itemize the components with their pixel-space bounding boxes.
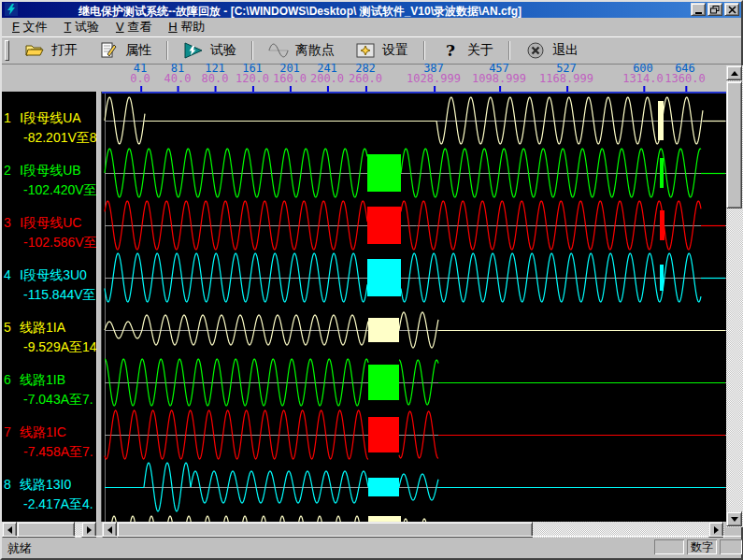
channel-name-line: 1Ⅰ段母线UA	[2, 108, 96, 128]
status-panel-blank-0	[654, 539, 684, 554]
channel-name-line: 2Ⅰ段母线UB	[2, 161, 96, 180]
menu-item-test[interactable]: T 试验	[56, 18, 107, 36]
channel-label-pane: 1Ⅰ段母线UA-82.201V至82Ⅰ段母线UB-102.420V至3Ⅰ段母线U…	[2, 92, 96, 522]
channel-name: Ⅰ段母线UA	[20, 110, 81, 125]
ruler-mark: 4571098.999	[472, 64, 526, 84]
app-icon	[5, 3, 18, 16]
channel-number: 2	[2, 161, 20, 180]
channel-number: 6	[2, 370, 20, 390]
channel-number: 7	[2, 423, 20, 442]
toolbar-button-test[interactable]: 试验	[173, 40, 247, 61]
ruler-mark: 241200.0	[310, 64, 344, 84]
status-bar: 就绪 数字	[2, 536, 741, 558]
channel-label-7[interactable]: 7线路1IC-7.458A至7.	[2, 423, 96, 462]
close-circle-icon	[525, 42, 546, 59]
channel-range: -7.043A至7.	[2, 390, 96, 409]
ruler-time-value: 40.0	[164, 74, 192, 84]
channel-range: -102.586V至	[2, 233, 96, 252]
toolbar-button-label: 退出	[552, 42, 579, 59]
channel-name: 线路1IA	[20, 320, 65, 335]
channel-label-1[interactable]: 1Ⅰ段母线UA-82.201V至8	[2, 108, 96, 148]
scroll-up-button[interactable]	[726, 65, 742, 80]
ruler-time-value: 260.0	[349, 74, 382, 84]
arrow-left-icon	[7, 526, 12, 534]
ruler-mark: 3871028.999	[407, 64, 461, 84]
toolbar-button-exit[interactable]: 退出	[515, 40, 589, 61]
channel-number: 1	[2, 108, 20, 128]
ruler-mark: 5271168.999	[539, 64, 593, 84]
channel-label-8[interactable]: 8线路13I0-2.417A至4.	[2, 475, 96, 514]
channel-range: -82.201V至8	[2, 128, 96, 148]
ruler-mark: 8140.0	[164, 64, 192, 84]
close-icon	[728, 6, 736, 14]
ruler-mark: 201160.0	[273, 64, 307, 84]
channel-label-6[interactable]: 6线路1IB-7.043A至7.	[2, 370, 96, 409]
menu-item-help[interactable]: H 帮助	[160, 18, 213, 36]
toolbar-grip[interactable]	[5, 40, 9, 61]
ruler-time-value: 120.0	[236, 74, 269, 84]
toolbar-button-settings[interactable]: 设置	[345, 40, 419, 61]
arrow-up-icon	[731, 71, 738, 76]
toolbar-button-discrete-points[interactable]: 离散点	[258, 40, 345, 61]
channel-name: Ⅰ段母线UB	[20, 163, 81, 178]
channel-label-2[interactable]: 2Ⅰ段母线UB-102.420V至	[2, 161, 96, 200]
vertical-scrollbar[interactable]	[726, 65, 743, 527]
restore-icon	[710, 6, 720, 14]
menu-item-view[interactable]: V 查看	[107, 18, 160, 36]
ruler-mark: 282260.0	[349, 64, 382, 84]
channel-range: -115.844V至	[2, 285, 96, 305]
toolbar-button-about[interactable]: ?关于	[430, 40, 504, 61]
ruler-mark: 6001314.0	[622, 64, 663, 84]
toolbar-separator	[166, 41, 168, 60]
document-pen-icon	[98, 42, 119, 59]
toolbar-button-label: 打开	[51, 42, 78, 59]
status-text: 就绪	[7, 540, 32, 557]
channel-name: Ⅰ段母线3U0	[20, 267, 87, 282]
minimize-button[interactable]	[691, 3, 706, 16]
channel-name: 线路13I0	[20, 477, 71, 492]
toolbar-separator	[423, 41, 425, 60]
frame-star-icon	[355, 42, 376, 59]
ruler-time-value: 1028.999	[407, 74, 461, 84]
sine-wave-icon	[268, 42, 289, 59]
channel-number: 8	[2, 475, 20, 495]
menu-item-file[interactable]: F 文件	[4, 18, 56, 36]
arrow-right-icon	[714, 526, 719, 534]
toolbar-button-label: 设置	[382, 42, 408, 59]
app-window: 继电保护测试系统--故障回放 - [C:\WINDOWS\Desktop\ 测试…	[0, 0, 743, 560]
minimize-icon	[695, 12, 702, 14]
ruler-mark: 410.0	[130, 64, 150, 84]
channel-label-5[interactable]: 5线路1IA-9.529A至14	[2, 318, 96, 357]
vertical-scroll-thumb[interactable]	[726, 81, 742, 208]
window-controls	[689, 3, 739, 16]
toolbar-button-open[interactable]: 打开	[14, 40, 88, 61]
channel-label-4[interactable]: 4Ⅰ段母线3U0-115.844V至	[2, 266, 96, 305]
channel-range: -102.420V至	[2, 180, 96, 200]
waveform-canvas[interactable]	[102, 92, 728, 522]
channel-name-line: 6线路1IB	[2, 370, 96, 390]
toolbar-button-label: 关于	[467, 42, 493, 59]
toolbar-button-properties[interactable]: 属性	[88, 40, 162, 61]
channel-label-3[interactable]: 3Ⅰ段母线UC-102.586V至	[2, 213, 96, 252]
channel-name: 线路1IC	[20, 424, 66, 439]
menu-bar: F 文件T 试验V 查看H 帮助	[2, 18, 741, 36]
toolbar: 打开属性试验离散点设置?关于退出	[2, 36, 741, 65]
restore-button[interactable]	[707, 3, 722, 16]
toolbar-button-label: 属性	[125, 42, 151, 59]
toolbar-separator	[251, 41, 253, 60]
channel-name-line: 8线路13I0	[2, 475, 96, 495]
ruler-mark: 161120.0	[236, 64, 269, 84]
toolbar-button-label: 试验	[210, 42, 236, 59]
ruler-time-value: 80.0	[202, 74, 229, 84]
title-bar: 继电保护测试系统--故障回放 - [C:\WINDOWS\Desktop\ 测试…	[2, 2, 741, 18]
ruler-time-value: 1098.999	[472, 74, 526, 84]
open-folder-icon	[24, 42, 45, 59]
status-panel-num-indicator: 数字	[687, 539, 717, 554]
channel-range: -9.529A至14	[2, 337, 96, 357]
close-button[interactable]	[724, 3, 739, 16]
lightning-pennant-icon	[183, 42, 204, 59]
arrow-down-icon	[731, 517, 738, 522]
scroll-down-button[interactable]	[726, 511, 742, 526]
arrow-right-icon	[87, 526, 92, 534]
channel-name: Ⅰ段母线UC	[20, 215, 81, 230]
